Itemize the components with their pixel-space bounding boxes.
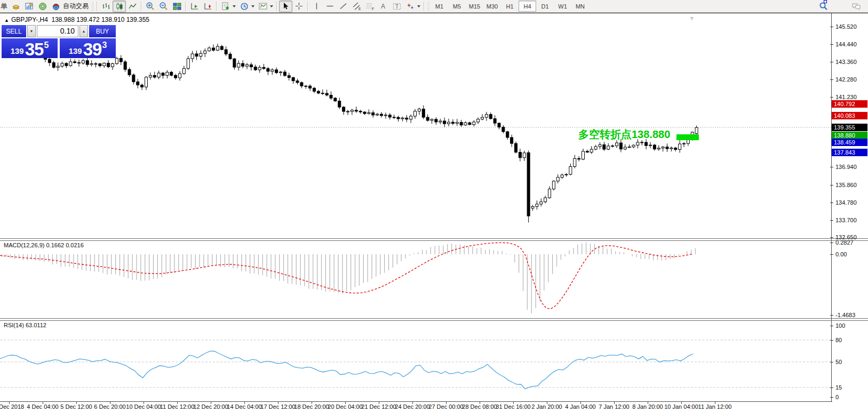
tab-timeframe-H4[interactable]: H4 bbox=[519, 1, 536, 12]
candle-body bbox=[157, 73, 160, 77]
crosshair-button[interactable] bbox=[292, 1, 306, 12]
price-tag[interactable]: 138.459 bbox=[832, 139, 867, 146]
toolbar-grip bbox=[92, 2, 94, 11]
volume-input[interactable]: 0.10 bbox=[37, 25, 78, 37]
candle-body bbox=[536, 204, 538, 207]
collapse-panel-arrow[interactable]: ▲ bbox=[4, 18, 9, 23]
date-axis-label: 17 Dec 12:00 bbox=[260, 403, 295, 410]
sound-button[interactable] bbox=[36, 1, 49, 12]
rsi-indicator-chart[interactable] bbox=[0, 320, 831, 401]
text-label-button[interactable]: T bbox=[390, 1, 403, 12]
buy-quote-button[interactable]: 139393 bbox=[60, 38, 116, 58]
candlestick-chart-button[interactable] bbox=[113, 1, 126, 12]
price-tag[interactable]: 139.355 bbox=[832, 124, 867, 131]
indicators-button[interactable] bbox=[219, 1, 232, 12]
tab-timeframe-D1[interactable]: D1 bbox=[536, 1, 554, 12]
candle-body bbox=[99, 64, 101, 66]
templates-button[interactable] bbox=[256, 1, 269, 12]
fibonacci-button[interactable]: F bbox=[363, 1, 377, 12]
sell-button[interactable]: SELL bbox=[2, 25, 26, 37]
price-axis-tick: 136.940 bbox=[835, 164, 857, 170]
candle-body bbox=[317, 91, 320, 93]
tab-timeframe-M30[interactable]: M30 bbox=[483, 1, 501, 12]
tab-timeframe-M1[interactable]: M1 bbox=[431, 1, 448, 12]
candle-body bbox=[607, 146, 610, 149]
svg-text:T: T bbox=[395, 4, 399, 10]
candle-body bbox=[380, 114, 383, 116]
rsi-axis-tick: 80 bbox=[835, 337, 842, 343]
candle-body bbox=[569, 166, 572, 174]
candle-body bbox=[477, 119, 480, 122]
arrows-dropdown-caret[interactable] bbox=[417, 5, 420, 7]
candle-body bbox=[599, 145, 601, 147]
auto-scroll-button[interactable] bbox=[188, 1, 201, 12]
candle-body bbox=[666, 147, 668, 149]
candle-body bbox=[523, 153, 525, 158]
price-tag[interactable]: 138.880 bbox=[832, 132, 867, 139]
text-icon: A bbox=[379, 2, 387, 10]
candle-body bbox=[456, 122, 458, 123]
equidistant-channel-button[interactable]: E bbox=[350, 1, 363, 12]
toolbar-separator bbox=[276, 2, 277, 11]
chat-button[interactable] bbox=[849, 1, 863, 12]
date-axis-label: 20 Dec 04:00 bbox=[328, 403, 362, 410]
tab-timeframe-M5[interactable]: M5 bbox=[448, 1, 466, 12]
tab-timeframe-W1[interactable]: W1 bbox=[554, 1, 571, 12]
price-axis-tick: 141.230 bbox=[835, 94, 857, 100]
candle-body bbox=[237, 63, 240, 67]
candle-body bbox=[61, 63, 63, 66]
candle-body bbox=[498, 123, 500, 127]
green-level-marker[interactable] bbox=[676, 134, 699, 140]
price-axis-frame bbox=[831, 13, 832, 401]
chart-shift-marker[interactable]: ▿ bbox=[690, 15, 694, 22]
buy-button[interactable]: BUY bbox=[89, 25, 116, 37]
cursor-icon bbox=[282, 2, 290, 10]
auto-trading-button[interactable] bbox=[49, 1, 62, 12]
volume-increase-button[interactable]: ▲ bbox=[79, 25, 88, 37]
candle-body bbox=[351, 110, 353, 112]
sell-quote-button[interactable]: 139355 bbox=[2, 38, 58, 58]
periods-dropdown-caret[interactable] bbox=[251, 5, 254, 7]
indicators-dropdown-caret[interactable] bbox=[233, 5, 236, 7]
candlestick-chart[interactable] bbox=[0, 13, 831, 238]
periods-button[interactable] bbox=[237, 1, 251, 12]
sell-price-prefix: 139 bbox=[11, 46, 24, 55]
horizontal-line-button[interactable] bbox=[323, 1, 337, 12]
date-axis-label: 2 Jan 20:00 bbox=[531, 403, 562, 410]
date-axis-label: 28 Dec 08:00 bbox=[462, 403, 497, 410]
new-chart-button[interactable] bbox=[22, 1, 36, 12]
zoom-in-button[interactable] bbox=[144, 1, 157, 12]
vertical-line-button[interactable] bbox=[310, 1, 323, 12]
auto-trading-label[interactable]: 自动交易 bbox=[62, 2, 91, 11]
macd-indicator-chart[interactable] bbox=[0, 240, 831, 318]
sound-icon bbox=[38, 2, 47, 11]
candle-body bbox=[103, 63, 106, 66]
candle-body bbox=[162, 73, 164, 75]
line-drag-handle[interactable] bbox=[824, 0, 827, 3]
trendline-button[interactable] bbox=[337, 1, 350, 12]
tab-timeframe-MN[interactable]: MN bbox=[571, 1, 589, 12]
volume-decrease-button[interactable]: ▼ bbox=[27, 25, 36, 37]
price-tag[interactable]: 140.083 bbox=[832, 112, 867, 119]
zoom-out-button[interactable] bbox=[157, 1, 170, 12]
new-order-button[interactable]: 单 bbox=[0, 2, 9, 11]
price-tag[interactable]: 137.843 bbox=[832, 149, 867, 156]
price-tag[interactable]: 140.792 bbox=[832, 100, 867, 108]
bar-chart-button[interactable] bbox=[99, 1, 113, 12]
tab-timeframe-M15[interactable]: M15 bbox=[466, 1, 483, 12]
tile-windows-button[interactable] bbox=[170, 1, 184, 12]
price-axis-tick-mark bbox=[830, 185, 833, 185]
tab-timeframe-H1[interactable]: H1 bbox=[501, 1, 519, 12]
candle-body bbox=[246, 64, 249, 66]
templates-dropdown-caret[interactable] bbox=[270, 5, 273, 7]
text-button[interactable]: A bbox=[377, 1, 390, 12]
cursor-button[interactable] bbox=[279, 1, 292, 12]
buy-price-prefix: 139 bbox=[69, 46, 82, 55]
chart-shift-button[interactable] bbox=[201, 1, 214, 12]
line-chart-button[interactable] bbox=[126, 1, 139, 12]
history-center-icon[interactable] bbox=[9, 1, 22, 12]
chart-annotation-text[interactable]: 多空转折点138.880 bbox=[578, 127, 670, 142]
vertical-line-icon bbox=[313, 2, 321, 10]
candle-body bbox=[145, 77, 148, 87]
arrows-button[interactable] bbox=[403, 1, 417, 12]
